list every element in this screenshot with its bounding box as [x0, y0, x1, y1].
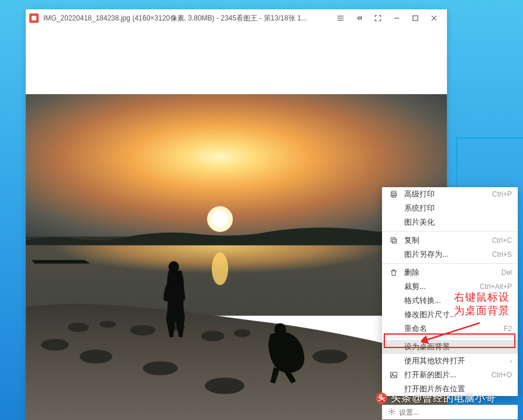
menu-item-0[interactable]: 高级打印Ctrl+P [382, 187, 518, 201]
minimize-icon[interactable] [387, 9, 406, 27]
annotation-text: 右键鼠标设 为桌面背景 [454, 291, 510, 318]
app-icon [29, 13, 39, 23]
menu-item-label: 系统打印 [400, 203, 512, 214]
svg-point-25 [205, 378, 245, 394]
menu-item-1[interactable]: 系统打印 [382, 201, 518, 215]
title-counter: 第13/18张 1... [264, 14, 307, 22]
printer-icon [388, 190, 400, 198]
menu-item-7[interactable]: 删除Del [382, 266, 518, 280]
annotation-line2: 为桌面背景 [454, 304, 510, 318]
context-menu-footer[interactable]: 设置... [382, 405, 518, 419]
menu-separator [382, 231, 518, 232]
window-controls [331, 9, 443, 27]
menu-item-label: 图片另存为... [400, 249, 486, 260]
copy-icon [388, 236, 400, 245]
menu-item-13[interactable]: 设为桌面背景 [382, 340, 518, 354]
menu-separator [382, 263, 518, 264]
svg-point-9 [212, 211, 228, 228]
menu-item-shortcut: Del [501, 268, 512, 277]
pin-icon[interactable] [350, 9, 369, 27]
menu-item-11[interactable]: 重命名F2 [382, 322, 518, 336]
title-dims: (4160×3120像素, 3.80MB) [132, 14, 214, 22]
menu-icon[interactable] [331, 9, 350, 27]
watermark-text: 头条@曾经的电脑小哥 [391, 391, 496, 405]
svg-point-24 [143, 362, 178, 376]
close-icon[interactable] [425, 9, 443, 27]
chevron-right-icon: › [510, 358, 512, 364]
svg-point-22 [41, 339, 69, 351]
menu-item-shortcut: Ctrl+P [492, 190, 512, 198]
svg-point-21 [312, 350, 347, 364]
image-icon [388, 371, 400, 379]
menu-item-shortcut: F2 [504, 325, 512, 333]
titlebar: IMG_20220418_184238.jpg (4160×3120像素, 3.… [26, 9, 447, 27]
menu-item-label: 图片美化 [400, 217, 512, 228]
svg-rect-31 [393, 239, 397, 243]
watermark-icon: 头 [376, 393, 387, 404]
menu-item-5[interactable]: 图片另存为...Ctrl+S [382, 247, 518, 261]
svg-rect-32 [391, 237, 395, 242]
watermark: 头 头条@曾经的电脑小哥 [376, 391, 496, 405]
svg-rect-4 [413, 16, 418, 20]
menu-item-label: 使用其他软件打开 [400, 356, 507, 366]
menu-item-shortcut: Ctrl+S [492, 250, 512, 259]
menu-item-4[interactable]: 复制Ctrl+C [382, 233, 518, 247]
svg-point-19 [234, 329, 250, 338]
maximize-icon[interactable] [406, 9, 425, 27]
svg-point-18 [201, 331, 225, 342]
menu-item-15[interactable]: 打开新的图片...Ctrl+O [382, 368, 518, 382]
title-app: 2345看图王 [221, 14, 257, 22]
menu-item-label: 高级打印 [400, 189, 486, 199]
svg-point-16 [130, 325, 156, 336]
svg-point-35 [391, 411, 393, 412]
menu-item-2[interactable]: 图片美化 [382, 215, 518, 229]
svg-point-23 [80, 350, 112, 364]
footer-label: 设置... [399, 408, 419, 418]
window-title: IMG_20220418_184238.jpg (4160×3120像素, 3.… [43, 13, 331, 23]
fullscreen-icon[interactable] [369, 9, 387, 27]
menu-item-shortcut: Ctrl+C [492, 236, 512, 245]
gear-icon [388, 408, 395, 417]
trash-icon [388, 268, 400, 277]
menu-item-label: 设为桌面背景 [400, 342, 512, 352]
menu-item-label: 删除 [400, 267, 496, 278]
svg-point-13 [212, 253, 228, 285]
title-filename: IMG_20220418_184238.jpg [43, 14, 130, 22]
menu-item-shortcut: Ctrl+O [491, 371, 512, 379]
menu-item-shortcut: Ctrl+Alt+P [480, 283, 512, 291]
svg-point-14 [68, 323, 89, 332]
menu-item-label: 复制 [400, 235, 486, 246]
menu-item-label: 重命名 [400, 323, 498, 334]
svg-rect-33 [391, 372, 397, 377]
menu-item-14[interactable]: 使用其他软件打开› [382, 354, 518, 368]
menu-separator [382, 338, 518, 338]
annotation-line1: 右键鼠标设 [454, 291, 510, 304]
svg-point-15 [99, 321, 116, 328]
menu-item-label: 打开新的图片... [400, 370, 486, 380]
